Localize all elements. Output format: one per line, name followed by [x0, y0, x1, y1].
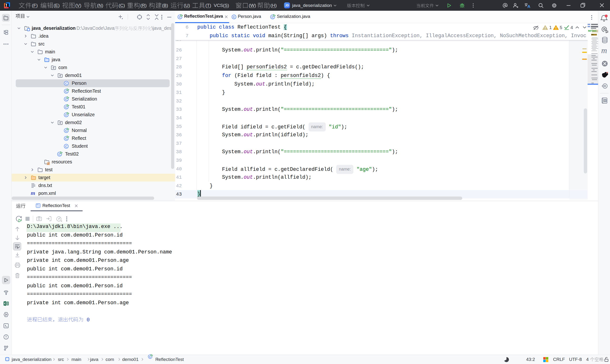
svg-text:A: A [528, 4, 531, 9]
svg-text:A: A [604, 99, 606, 102]
svg-text:C: C [65, 145, 67, 148]
svg-text:C: C [233, 15, 235, 19]
svg-text:C: C [65, 82, 67, 85]
